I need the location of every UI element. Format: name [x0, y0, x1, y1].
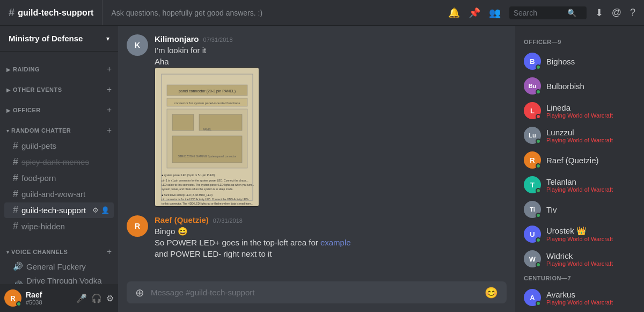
member-status-text: Playing World of Warcraft [546, 137, 613, 143]
category-raiding-add[interactable]: + [107, 64, 112, 74]
bell-icon[interactable]: 🔔 [448, 7, 460, 19]
voice-channel-name: General Fuckery [26, 262, 86, 271]
message-text-power2: and POWER LED- right next to it [155, 248, 507, 259]
channel-description: Ask questions, hopefully get good answer… [103, 9, 439, 17]
category-arrow-other-events: ▶ [6, 87, 11, 93]
member-name: Tiv [546, 205, 557, 214]
message-input-area: ⊕ 😊 [118, 273, 515, 312]
member-status-text: Playing World of Warcraft [546, 112, 613, 119]
svg-rect-7 [172, 114, 194, 130]
category-random-chatter-add[interactable]: + [107, 126, 112, 135]
category-voice-channels: ▾ VOICE CHANNELS + [0, 238, 118, 259]
avatar: K [127, 34, 148, 56]
member-name: Bighoss [546, 57, 575, 66]
message-author: Kilimonjaro [155, 34, 199, 43]
server-header[interactable]: Ministry of Defense ▾ [0, 26, 118, 52]
category-officer-add[interactable]: + [107, 105, 112, 115]
members-icon[interactable]: 👥 [489, 7, 501, 19]
message-content: Kilimonjaro 07/31/2018 I'm lookin for it… [155, 34, 507, 207]
channel-name-guild-pets: guild-pets [21, 141, 109, 150]
list-item[interactable]: T Telanlan Playing World of Warcraft [519, 173, 640, 197]
channel-item-food-porn[interactable]: # food-porn [4, 170, 114, 186]
channel-item-spicy-dank-memes[interactable]: # spicy-dank-memes [4, 154, 114, 170]
svg-text:STRIX Z370-E GAMING System pan: STRIX Z370-E GAMING System panel connect… [178, 155, 237, 158]
message-input-box[interactable]: ⊕ 😊 [127, 281, 507, 303]
voice-channel-general-fuckery[interactable]: 🔊 General Fuckery [4, 259, 114, 273]
pin-icon[interactable]: 📌 [469, 7, 480, 19]
channel-name-header: # guild-tech-support [0, 0, 103, 25]
avatar: R [127, 215, 148, 237]
member-category-officer: OFFICER—9 [519, 39, 640, 45]
svg-rect-9 [172, 136, 242, 163]
category-raiding-header[interactable]: ▶ RAIDING + [4, 64, 114, 74]
category-officer-header[interactable]: ▶ OFFICER + [4, 105, 114, 115]
chevron-down-icon: ▾ [106, 35, 109, 42]
category-voice-add[interactable]: + [107, 247, 112, 257]
channel-hash-icon: # [13, 140, 18, 151]
list-item[interactable]: L Lineda Playing World of Warcraft [519, 99, 640, 122]
list-item[interactable]: B Bighoss [519, 49, 640, 73]
svg-text:pin connector is for the HDD A: pin connector is for the HDD Activity LE… [162, 198, 252, 201]
list-item[interactable]: A Avarkus Playing World of Warcraft [519, 286, 640, 309]
channels-list: ▶ RAIDING + ▶ OTHER EVENTS + [0, 52, 118, 284]
list-item[interactable]: Bu Bulborbish [519, 74, 640, 98]
status-dot [536, 64, 541, 70]
user-info: Raef #5038 [26, 291, 76, 306]
messages-list: K Kilimonjaro 07/31/2018 I'm lookin for … [118, 26, 515, 273]
speaker-icon: 🔊 [13, 262, 23, 271]
status-dot [536, 89, 541, 95]
svg-text:LED cable to this connector. T: LED cable to this connector. The system … [162, 183, 254, 186]
user-settings-icon[interactable]: ⚙ [106, 293, 114, 303]
inbox-icon[interactable]: ⬇ [595, 7, 603, 19]
add-attachment-icon[interactable]: ⊕ [135, 286, 144, 299]
search-input[interactable] [514, 9, 567, 17]
list-item[interactable]: U Urostek 👑 Playing World of Warcraft [519, 222, 640, 246]
avatar: U [524, 226, 541, 243]
emoji-icon[interactable]: 😊 [485, 286, 498, 299]
svg-text:■ hard drive activity LED (2-p: ■ hard drive activity LED (2-pin HDD_LED… [162, 193, 213, 197]
top-icons: 🔔 📌 👥 🔍 ⬇ @ ? [440, 6, 644, 19]
channel-item-guild-pets[interactable]: # guild-pets [4, 138, 114, 154]
members-list: OFFICER—9 B Bighoss Bu Bulborbish L Line… [515, 26, 644, 312]
message-input[interactable] [151, 281, 478, 303]
help-icon[interactable]: ? [630, 7, 635, 18]
list-item[interactable]: Ti Tiv [519, 198, 640, 221]
avatar: W [524, 250, 541, 267]
channel-item-guild-and-wow-art[interactable]: # guild-and-wow-art [4, 186, 114, 202]
status-dot [16, 301, 21, 307]
person-icon[interactable]: 👤 [101, 206, 109, 214]
member-status-text: Playing World of Warcraft [546, 299, 613, 306]
member-status-text: Playing World of Warcraft [546, 236, 613, 242]
category-other-events-add[interactable]: + [107, 85, 112, 95]
category-random-chatter-header[interactable]: ▾ RANDOM CHATTER + [4, 126, 114, 135]
message-author: Raef (Quetzie) [155, 215, 209, 224]
search-box[interactable]: 🔍 [509, 6, 587, 19]
more-icon[interactable]: ••• [494, 37, 502, 46]
react-icon[interactable]: 😊 [480, 37, 489, 46]
channel-item-guild-tech-support[interactable]: # guild-tech-support ⚙ 👤 [4, 202, 114, 218]
channel-name-guild-and-wow-art: guild-and-wow-art [21, 190, 109, 199]
settings-icon[interactable]: ⚙ [92, 206, 99, 214]
search-icon[interactable]: 🔍 [567, 9, 576, 17]
channel-item-wipe-hidden[interactable]: # wipe-hidden [4, 219, 114, 234]
member-status-text: Playing World of Warcraft [546, 260, 613, 267]
deafen-icon[interactable]: 🎧 [91, 293, 102, 303]
list-item[interactable]: Lu Lunzzul Playing World of Warcraft [519, 124, 640, 147]
category-other-events-header[interactable]: ▶ OTHER EVENTS + [4, 85, 114, 95]
category-other-events-label: OTHER EVENTS [13, 86, 62, 93]
at-icon[interactable]: @ [612, 7, 621, 18]
status-dot [536, 237, 541, 243]
member-category-centurion: CENTURION—7 [519, 275, 640, 281]
svg-text:pin 1 is +1 pin connector for : pin 1 is +1 pin connector for the system… [162, 179, 248, 182]
category-arrow-officer: ▶ [6, 107, 11, 113]
voice-channel-drive-through-vodka-bar[interactable]: 🔊 Drive Through Vodka Bar [4, 274, 114, 284]
list-item[interactable]: R Raef (Quetzie) [519, 148, 640, 172]
channel-hash-icon: # [13, 156, 18, 168]
member-name: Lunzzul [546, 128, 613, 137]
category-voice-channels-header[interactable]: ▾ VOICE CHANNELS + [4, 247, 114, 257]
mute-icon[interactable]: 🎤 [76, 293, 87, 303]
category-officer-label: OFFICER [13, 107, 41, 113]
chat-area: K Kilimonjaro 07/31/2018 I'm lookin for … [118, 26, 515, 312]
message-header: Kilimonjaro 07/31/2018 [155, 34, 507, 43]
list-item[interactable]: W Widrick Playing World of Warcraft [519, 247, 640, 271]
